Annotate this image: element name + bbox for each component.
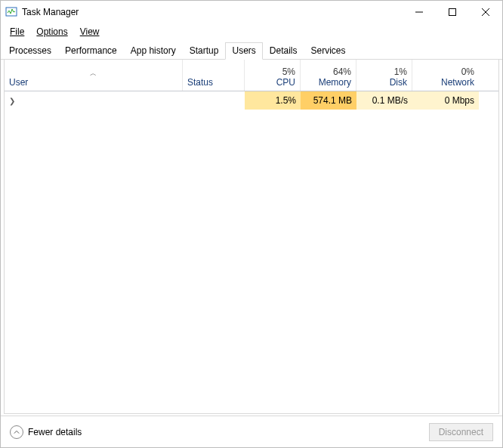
tab-processes[interactable]: Processes <box>2 42 58 60</box>
column-header-memory[interactable]: 64% Memory <box>301 60 356 91</box>
cell-status <box>183 91 245 110</box>
header-disk-label: Disk <box>390 77 407 88</box>
svg-rect-2 <box>449 9 456 16</box>
tabs: Processes Performance App history Startu… <box>1 42 502 60</box>
minimize-button[interactable] <box>403 1 436 23</box>
tab-services[interactable]: Services <box>304 42 353 60</box>
cell-network: 0 Mbps <box>412 91 479 110</box>
tab-users[interactable]: Users <box>225 42 262 60</box>
header-status-label: Status <box>187 77 239 88</box>
expand-icon[interactable]: ❯ <box>9 97 18 105</box>
menu-options[interactable]: Options <box>30 25 73 39</box>
menubar: File Options View <box>1 23 502 40</box>
disconnect-button: Disconnect <box>429 423 493 441</box>
menu-file[interactable]: File <box>4 25 30 39</box>
header-network-pct: 0% <box>461 66 474 77</box>
header-memory-label: Memory <box>319 77 351 88</box>
sort-arrow-icon: ︿ <box>9 70 177 77</box>
footer: Fewer details Disconnect <box>1 416 502 447</box>
content-area: ︿ User Status 5% CPU 64% Memory 1% Disk … <box>4 60 499 414</box>
column-header-user[interactable]: ︿ User <box>5 60 183 91</box>
header-disk-pct: 1% <box>394 66 407 77</box>
menu-view[interactable]: View <box>74 25 106 39</box>
header-network-label: Network <box>441 77 474 88</box>
close-button[interactable] <box>469 1 502 23</box>
header-cpu-pct: 5% <box>282 66 295 77</box>
column-header-disk[interactable]: 1% Disk <box>356 60 412 91</box>
header-memory-pct: 64% <box>333 66 351 77</box>
window-title: Task Manager <box>22 7 79 17</box>
cell-cpu: 1.5% <box>245 91 301 110</box>
header-user-label: User <box>9 77 177 88</box>
column-headers: ︿ User Status 5% CPU 64% Memory 1% Disk … <box>5 60 498 91</box>
task-manager-icon <box>5 6 17 18</box>
cell-user: ❯ <box>5 91 183 110</box>
chevron-up-icon <box>10 425 23 439</box>
tab-performance[interactable]: Performance <box>58 42 124 60</box>
table-row[interactable]: ❯ 1.5% 574.1 MB 0.1 MB/s 0 Mbps <box>5 91 498 110</box>
titlebar: Task Manager <box>1 1 502 23</box>
cell-memory: 574.1 MB <box>301 91 356 110</box>
maximize-button[interactable] <box>436 1 469 23</box>
tab-startup[interactable]: Startup <box>183 42 226 60</box>
fewer-details-label: Fewer details <box>28 427 82 437</box>
column-header-cpu[interactable]: 5% CPU <box>245 60 301 91</box>
column-header-network[interactable]: 0% Network <box>412 60 479 91</box>
column-header-status[interactable]: Status <box>183 60 245 91</box>
tab-app-history[interactable]: App history <box>124 42 183 60</box>
header-cpu-label: CPU <box>276 77 295 88</box>
fewer-details-button[interactable]: Fewer details <box>10 425 82 439</box>
cell-disk: 0.1 MB/s <box>356 91 412 110</box>
tab-details[interactable]: Details <box>263 42 304 60</box>
